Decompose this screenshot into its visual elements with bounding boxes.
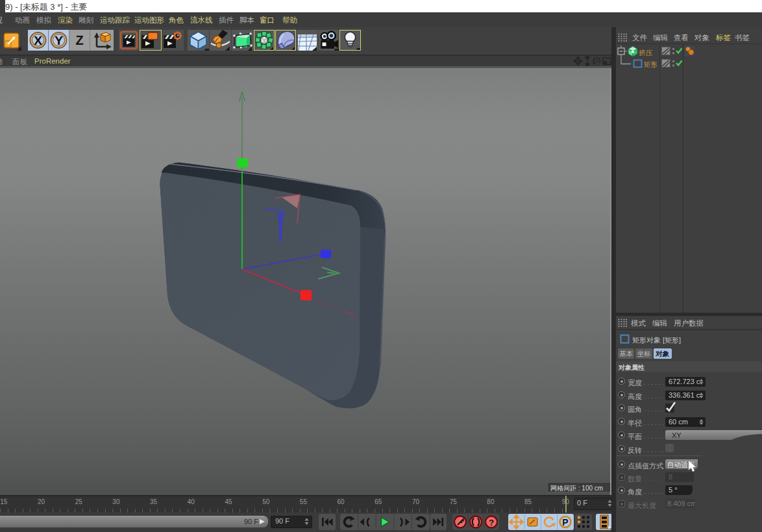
svg-text:Z: Z	[75, 33, 83, 47]
svg-text:X: X	[34, 34, 42, 47]
svg-text:?: ?	[489, 518, 494, 527]
svg-text:P: P	[562, 517, 568, 527]
svg-text:XY: XY	[672, 431, 682, 439]
svg-text:Y: Y	[55, 34, 63, 47]
